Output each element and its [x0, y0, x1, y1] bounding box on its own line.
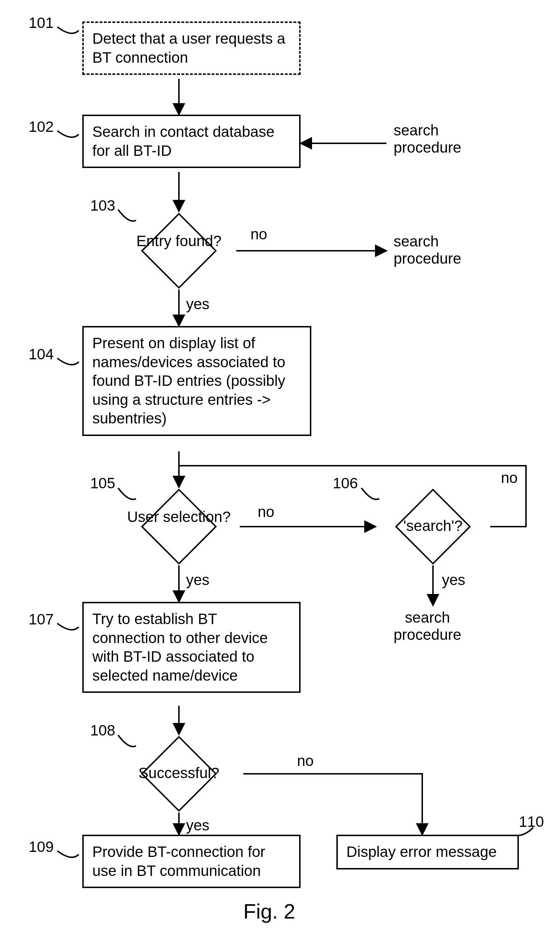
node-label-102: 102: [29, 118, 54, 135]
label-search-procedure-2: search procedure: [394, 233, 461, 268]
edge-105-yes: yes: [186, 571, 209, 588]
node-label-105: 105: [90, 475, 115, 492]
decision-user-selection: User selection?: [120, 509, 238, 525]
edge-108-no: no: [297, 752, 314, 770]
process-detect-request: Detect that a user requests a BT connect…: [82, 22, 301, 75]
node-label-107: 107: [29, 611, 54, 628]
edge-106-yes: yes: [442, 571, 465, 588]
process-search-db: Search in contact database for all BT-ID: [82, 115, 301, 168]
edge-103-yes: yes: [186, 296, 209, 313]
node-label-101: 101: [29, 14, 54, 32]
edge-106-no: no: [501, 469, 518, 487]
decision-search: 'search'?: [376, 518, 490, 534]
label-search-procedure-1: search procedure: [394, 122, 461, 157]
node-label-109: 109: [29, 838, 54, 856]
edge-108-yes: yes: [186, 817, 209, 834]
process-display-error: Display error message: [336, 835, 519, 870]
decision-entry-found: Entry found?: [125, 233, 233, 249]
process-try-establish: Try to establish BT connection to other …: [82, 602, 301, 693]
decision-successful: Successful?: [115, 765, 243, 781]
figure-caption: Fig. 2: [243, 899, 295, 923]
label-search-procedure-3: search procedure: [394, 609, 461, 644]
process-provide-connection: Provide BT-connection for use in BT comm…: [82, 835, 301, 888]
edge-103-no: no: [250, 226, 267, 243]
process-present-list: Present on display list of names/devices…: [82, 326, 311, 436]
edge-105-no: no: [258, 503, 275, 520]
node-label-103: 103: [90, 197, 115, 214]
node-label-110: 110: [519, 813, 544, 830]
node-label-104: 104: [29, 346, 54, 363]
node-label-106: 106: [333, 475, 358, 492]
node-label-108: 108: [90, 722, 115, 739]
